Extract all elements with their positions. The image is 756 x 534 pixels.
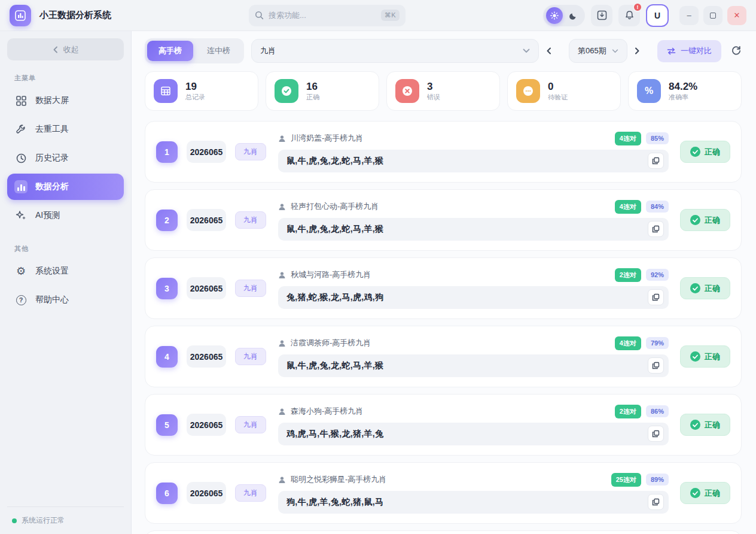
app-header: 小王数据分析系统 ⌘K	[0, 0, 756, 31]
sidebar-item-label: 数据分析	[35, 181, 69, 192]
type-badge: 九肖	[235, 348, 266, 365]
window-maximize-button[interactable]	[703, 6, 723, 25]
sidebar-item-label: 系统设置	[35, 266, 69, 277]
user-icon	[278, 476, 286, 484]
leaderboard-tabs: 高手榜 连中榜	[145, 38, 244, 63]
stats-row: 19 总记录 16 正确 3 错误	[145, 71, 742, 111]
prediction-text: 鼠,牛,虎,兔,龙,蛇,马,羊,猴	[286, 224, 643, 235]
streak-badge: 4连对	[615, 200, 641, 214]
status-label: 正确	[705, 147, 720, 157]
system-status-label: 系统运行正常	[22, 515, 65, 526]
stat-label: 错误	[427, 93, 440, 102]
copy-button[interactable]	[648, 153, 664, 169]
user-icon	[278, 271, 286, 279]
check-circle-icon	[690, 420, 700, 430]
search-input[interactable]	[269, 11, 376, 20]
chevron-down-icon	[523, 48, 530, 53]
sidebar-item-dedup-tool[interactable]: 去重工具	[7, 116, 124, 142]
sidebar-item-label: 数据大屏	[35, 95, 69, 106]
sidebar-item-history[interactable]: 历史记录	[7, 145, 124, 171]
sidebar-item-data-analysis[interactable]: 数据分析	[7, 174, 124, 200]
record-card	[145, 530, 742, 534]
save-button[interactable]	[591, 5, 612, 26]
next-period-button[interactable]	[635, 47, 650, 54]
copy-button[interactable]	[648, 221, 664, 237]
user-name: 川湾奶盖-高手榜九肖	[291, 133, 363, 144]
record-card: 1 2026065 九肖 川湾奶盖-高手榜九肖 4连对 85% 鼠,牛,虎,兔,…	[145, 121, 742, 183]
period-select[interactable]: 第065期	[569, 39, 627, 63]
status-badge: 正确	[680, 345, 730, 368]
streak-badge: 4连对	[615, 336, 641, 350]
notification-badge: !	[633, 2, 642, 12]
period-selected-value: 第065期	[578, 45, 606, 56]
category-select[interactable]: 九肖	[251, 39, 539, 63]
toolbar: 高手榜 连中榜 九肖 第065期	[145, 38, 742, 63]
copy-button[interactable]	[648, 289, 664, 305]
prediction-text: 狗,牛,虎,羊,兔,蛇,猪,鼠,马	[286, 497, 643, 508]
main-content: 高手榜 连中榜 九肖 第065期	[132, 31, 756, 534]
gear-icon: ⚙	[14, 266, 28, 277]
percent-icon: %	[637, 79, 661, 103]
tab-streak-rank[interactable]: 连中榜	[196, 41, 242, 61]
status-label: 正确	[705, 420, 720, 430]
period-chip: 2026065	[187, 482, 226, 504]
rank-badge: 6	[156, 483, 178, 504]
stat-errors: 3 错误	[386, 71, 500, 111]
status-badge: 正确	[680, 209, 730, 231]
user-name: 轻声打包心动-高手榜九肖	[291, 201, 379, 212]
sidebar-item-label: 去重工具	[35, 124, 69, 135]
dark-mode-button[interactable]	[565, 7, 582, 24]
stat-pending: 0 待验证	[507, 71, 621, 111]
prediction-content: 鼠,牛,虎,兔,龙,蛇,马,羊,猴	[278, 218, 669, 241]
stat-label: 待验证	[548, 93, 568, 102]
rate-badge: 79%	[646, 337, 669, 349]
table-icon	[154, 79, 178, 103]
sidebar-item-label: AI预测	[35, 210, 60, 221]
copy-button[interactable]	[648, 494, 664, 510]
copy-button[interactable]	[648, 357, 664, 374]
user-icon	[278, 135, 286, 142]
type-badge: 九肖	[235, 143, 266, 160]
sidebar-collapse-button[interactable]: 收起	[7, 38, 124, 60]
sidebar-item-ai-prediction[interactable]: AI预测	[7, 202, 124, 229]
sun-icon	[550, 11, 559, 20]
status-badge: 正确	[680, 141, 730, 163]
rank-badge: 1	[156, 141, 178, 163]
prediction-content: 鼠,牛,虎,兔,龙,蛇,马,羊,猴	[278, 150, 669, 172]
window-close-button[interactable]: ✕	[727, 6, 746, 25]
streak-badge: 25连对	[611, 473, 641, 487]
maximize-icon	[710, 13, 716, 19]
rank-badge: 5	[156, 414, 178, 436]
user-avatar[interactable]: U	[646, 4, 669, 27]
record-card: 5 2026065 九肖 森海小狗-高手榜九肖 2连对 86% 鸡,虎,马,牛,…	[145, 394, 742, 456]
status-label: 正确	[705, 351, 720, 362]
sidebar-item-data-dashboard[interactable]: 数据大屏	[7, 87, 124, 114]
refresh-button[interactable]	[731, 45, 742, 56]
prev-period-button[interactable]	[546, 47, 562, 54]
period-chip: 2026065	[187, 345, 226, 368]
window-minimize-button[interactable]: –	[679, 6, 699, 25]
check-circle-icon	[690, 488, 700, 498]
stat-value: 16	[306, 80, 319, 93]
search-bar[interactable]: ⌘K	[249, 5, 406, 26]
sidebar-item-help[interactable]: ? 帮助中心	[7, 287, 124, 313]
compare-button[interactable]: 一键对比	[657, 40, 721, 62]
prediction-content: 兔,猪,蛇,猴,龙,马,虎,鸡,狗	[278, 286, 669, 309]
rate-badge: 92%	[646, 269, 669, 281]
tab-expert-rank[interactable]: 高手榜	[147, 41, 193, 61]
app-logo-icon	[10, 5, 31, 26]
copy-button[interactable]	[648, 426, 664, 442]
save-icon	[597, 10, 607, 20]
stat-label: 正确	[306, 93, 319, 102]
sidebar-item-label: 历史记录	[35, 153, 69, 163]
user-name: 秋城与河路-高手榜九肖	[291, 269, 371, 280]
sidebar-item-settings[interactable]: ⚙ 系统设置	[7, 258, 124, 284]
stat-value: 0	[548, 80, 568, 93]
light-mode-button[interactable]	[546, 7, 563, 24]
type-badge: 九肖	[235, 484, 266, 502]
x-icon	[395, 79, 419, 103]
notifications-button[interactable]: !	[618, 5, 640, 26]
category-selected-value: 九肖	[260, 45, 276, 56]
stat-total-records: 19 总记录	[145, 71, 258, 111]
status-label: 正确	[705, 215, 720, 226]
